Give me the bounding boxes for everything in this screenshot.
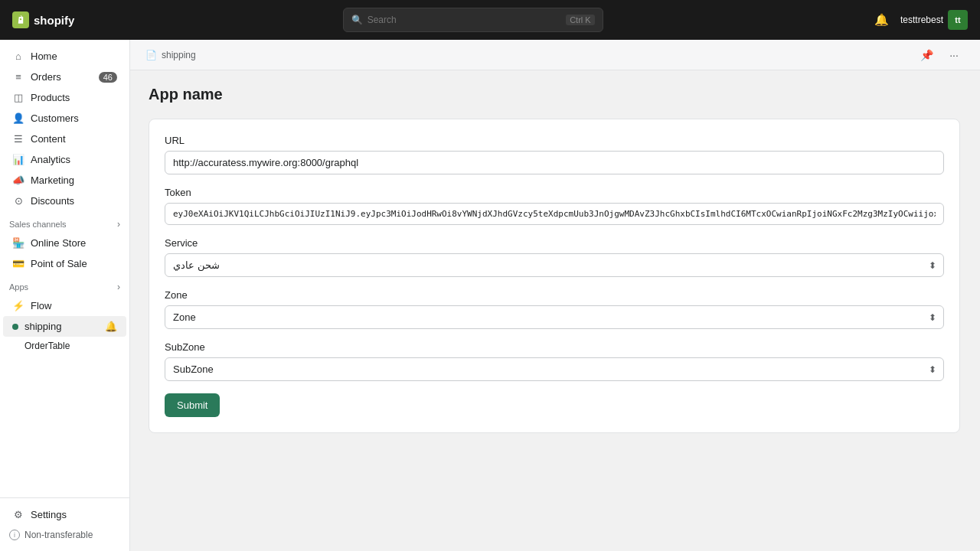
search-input[interactable]: [368, 15, 562, 25]
sidebar-item-flow[interactable]: ⚡ Flow: [3, 295, 126, 316]
sales-channels-section: Sales channels ›: [0, 211, 129, 233]
topbar: shopify 🔍 Ctrl K 🔔 testtrebest tt: [0, 0, 980, 40]
products-icon: ◫: [12, 92, 24, 103]
sidebar-item-content[interactable]: ☰ Content: [3, 129, 126, 149]
discounts-icon: ⊙: [12, 195, 24, 207]
non-transferable-label: Non-transferable: [24, 530, 93, 540]
flow-icon: ⚡: [12, 300, 24, 311]
sidebar-item-customers[interactable]: 👤 Customers: [3, 108, 126, 129]
sidebar-label-home: Home: [31, 51, 57, 62]
url-group: URL: [165, 135, 944, 174]
page-title: App name: [149, 86, 962, 103]
service-group: Service شحن عادي ⬍: [165, 237, 944, 277]
search-area: 🔍 Ctrl K: [83, 8, 862, 32]
zone-label: Zone: [165, 289, 944, 301]
sidebar-item-discounts[interactable]: ⊙ Discounts: [3, 191, 126, 211]
shopify-bag-icon: [12, 11, 29, 28]
sidebar-item-analytics[interactable]: 📊 Analytics: [3, 149, 126, 170]
search-icon: 🔍: [351, 15, 363, 25]
sidebar-item-shipping[interactable]: shipping 🔔: [3, 316, 126, 337]
subzone-label: SubZone: [165, 341, 944, 353]
info-icon: i: [9, 530, 20, 540]
sidebar-label-online-store: Online Store: [31, 237, 86, 249]
sidebar-label-customers: Customers: [31, 112, 79, 124]
breadcrumb-icon: 📄: [145, 50, 157, 60]
sidebar-label-products: Products: [31, 92, 70, 103]
username: testtrebest: [900, 15, 943, 25]
customers-icon: 👤: [12, 112, 24, 124]
sidebar-label-settings: Settings: [31, 509, 67, 520]
zone-select[interactable]: Zone: [165, 305, 944, 329]
analytics-icon: 📊: [12, 154, 24, 165]
shipping-bell-icon: 🔔: [105, 321, 117, 332]
sidebar-label-shipping: shipping: [24, 321, 61, 332]
sidebar-sub-item-ordertable[interactable]: OrderTable: [3, 337, 126, 355]
page: App name URL Token Service ش: [130, 70, 980, 448]
service-label: Service: [165, 237, 944, 249]
orders-badge: 46: [99, 72, 117, 83]
subzone-select[interactable]: SubZone: [165, 357, 944, 381]
orders-icon: ≡: [12, 71, 24, 83]
sidebar-item-home[interactable]: ⌂ Home: [3, 46, 126, 67]
token-input[interactable]: [165, 203, 944, 225]
sidebar-label-analytics: Analytics: [31, 154, 70, 165]
non-transferable: i Non-transferable: [0, 525, 129, 545]
content-icon: ☰: [12, 133, 24, 145]
user-badge[interactable]: testtrebest tt: [900, 10, 968, 30]
shopify-logo: shopify: [12, 11, 74, 28]
sidebar-item-settings[interactable]: ⚙ Settings: [3, 504, 126, 525]
search-shortcut: Ctrl K: [566, 15, 595, 25]
subzone-group: SubZone SubZone ⬍: [165, 341, 944, 381]
settings-icon: ⚙: [12, 509, 24, 520]
more-icon[interactable]: ···: [943, 44, 965, 66]
sub-topbar: 📄 shipping 📌 ···: [130, 40, 980, 70]
sidebar-bottom: ⚙ Settings i Non-transferable: [0, 497, 129, 545]
shopify-text: shopify: [34, 14, 74, 27]
ordertable-label: OrderTable: [24, 341, 70, 351]
sidebar-label-discounts: Discounts: [31, 195, 74, 207]
zone-group: Zone Zone ⬍: [165, 289, 944, 329]
url-input[interactable]: [165, 151, 944, 174]
notifications-icon[interactable]: 🔔: [871, 9, 893, 31]
subzone-select-wrapper: SubZone ⬍: [165, 357, 944, 381]
service-select-wrapper: شحن عادي ⬍: [165, 253, 944, 277]
token-group: Token: [165, 187, 944, 225]
sidebar-item-orders[interactable]: ≡ Orders 46: [3, 67, 126, 87]
apps-section: Apps ›: [0, 274, 129, 295]
pin-icon[interactable]: 📌: [916, 44, 937, 66]
breadcrumb: 📄 shipping: [145, 50, 196, 60]
url-label: URL: [165, 135, 944, 146]
sidebar-item-online-store[interactable]: 🏪 Online Store: [3, 233, 126, 253]
submit-button[interactable]: Submit: [165, 393, 220, 417]
service-select[interactable]: شحن عادي: [165, 253, 944, 277]
user-avatar: tt: [948, 10, 968, 30]
token-label: Token: [165, 187, 944, 198]
sidebar-label-flow: Flow: [31, 300, 51, 311]
sidebar-item-marketing[interactable]: 📣 Marketing: [3, 170, 126, 191]
home-icon: ⌂: [12, 51, 24, 62]
search-box[interactable]: 🔍 Ctrl K: [343, 8, 603, 32]
main-content: 📄 shipping 📌 ··· App name URL Token: [130, 40, 980, 551]
topbar-right: 🔔 testtrebest tt: [871, 9, 968, 31]
sidebar: ⌂ Home ≡ Orders 46 ◫ Products 👤 Customer…: [0, 40, 130, 551]
online-store-icon: 🏪: [12, 237, 24, 249]
sidebar-label-marketing: Marketing: [31, 174, 74, 186]
breadcrumb-label: shipping: [162, 50, 196, 60]
sidebar-item-products[interactable]: ◫ Products: [3, 87, 126, 108]
sidebar-label-content: Content: [31, 133, 66, 145]
sidebar-label-pos: Point of Sale: [31, 258, 87, 269]
sub-topbar-actions: 📌 ···: [916, 44, 965, 66]
sidebar-label-orders: Orders: [31, 71, 61, 83]
app-active-dot: [12, 324, 18, 330]
sidebar-item-point-of-sale[interactable]: 💳 Point of Sale: [3, 253, 126, 274]
pos-icon: 💳: [12, 258, 24, 269]
zone-select-wrapper: Zone ⬍: [165, 305, 944, 329]
marketing-icon: 📣: [12, 174, 24, 186]
form-card: URL Token Service شحن عادي ⬍: [149, 119, 960, 433]
